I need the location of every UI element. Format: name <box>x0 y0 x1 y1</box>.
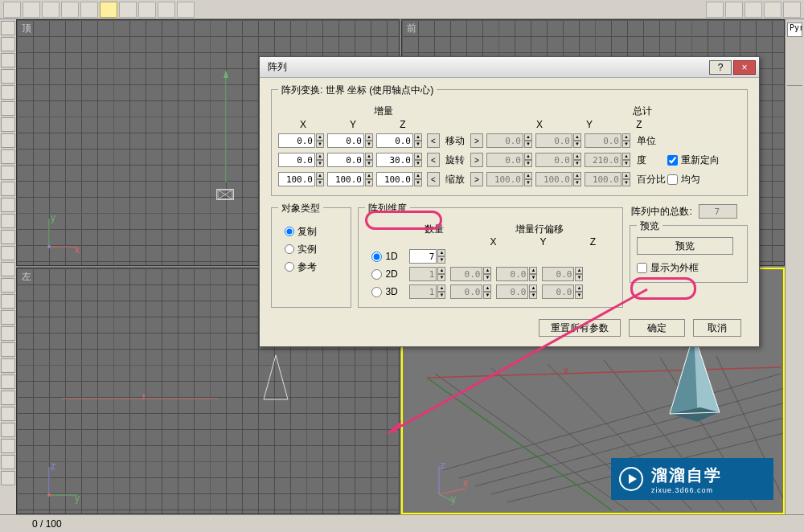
uniform-checkbox[interactable]: 均匀 <box>667 173 700 186</box>
select-cursor-icon[interactable] <box>100 2 117 18</box>
left-tool-icon[interactable] <box>1 471 15 485</box>
dim-2d-count-spinner[interactable]: ▲▼ <box>409 267 445 281</box>
rotate-inc-y-spinner[interactable]: ▲▼ <box>327 153 373 167</box>
move-inc-z-spinner[interactable]: ▲▼ <box>376 133 422 148</box>
frame-counter: 0 / 100 <box>32 518 62 530</box>
copy-radio[interactable]: 复制 <box>278 223 344 240</box>
left-tool-icon[interactable] <box>1 455 15 469</box>
toolbar-icon[interactable] <box>745 2 762 18</box>
left-tool-icon[interactable] <box>1 246 15 260</box>
move-tot-x-spinner[interactable]: ▲▼ <box>486 133 532 148</box>
left-tool-icon[interactable] <box>1 101 15 116</box>
lock-right-icon[interactable]: > <box>470 133 483 148</box>
unit-label: 度 <box>634 153 666 167</box>
dialog-title: 阵列 <box>268 60 709 74</box>
left-tool-icon[interactable] <box>1 166 15 180</box>
toolbar-icon[interactable] <box>61 2 79 18</box>
dim-1d-radio[interactable] <box>371 252 382 262</box>
rotate-tot-y-spinner[interactable]: ▲▼ <box>535 153 581 167</box>
rotate-tot-z-spinner[interactable]: ▲▼ <box>585 153 630 167</box>
left-tool-icon[interactable] <box>1 198 15 212</box>
scale-tot-z-spinner[interactable]: ▲▼ <box>585 172 630 186</box>
move-inc-y-spinner[interactable]: ▲▼ <box>327 133 373 148</box>
reorient-checkbox[interactable]: 重新定向 <box>667 153 720 167</box>
left-tool-icon[interactable] <box>1 278 15 293</box>
dim-2d-z-spinner[interactable]: ▲▼ <box>542 267 583 281</box>
scale-inc-z-spinner[interactable]: ▲▼ <box>376 172 422 186</box>
left-tool-icon[interactable] <box>1 69 15 84</box>
dim-3d-x-spinner[interactable]: ▲▼ <box>450 284 491 299</box>
left-tool-icon[interactable] <box>1 149 15 164</box>
left-tool-icon[interactable] <box>1 358 15 373</box>
left-tool-icon[interactable] <box>1 53 15 68</box>
array-dimension-group: 阵列维度 数量 增量行偏移 X Y Z 1D ▲▼ 2D <box>358 207 623 308</box>
scale-inc-x-spinner[interactable]: ▲▼ <box>278 172 324 186</box>
ok-button[interactable]: 确定 <box>629 319 685 337</box>
left-tool-icon[interactable] <box>1 342 15 357</box>
dialog-titlebar[interactable]: 阵列 ? × <box>260 57 759 78</box>
left-tool-icon[interactable] <box>1 391 15 405</box>
toolbar-icon[interactable] <box>80 2 98 18</box>
dim-2d-y-spinner[interactable]: ▲▼ <box>496 267 537 281</box>
left-tool-icon[interactable] <box>1 407 15 421</box>
move-inc-x-spinner[interactable]: ▲▼ <box>278 133 324 148</box>
rotate-tot-x-spinner[interactable]: ▲▼ <box>486 153 532 167</box>
lock-right-icon[interactable]: > <box>470 153 483 167</box>
left-tool-icon[interactable] <box>1 214 15 228</box>
toolbar-icon[interactable] <box>138 2 156 18</box>
scale-inc-y-spinner[interactable]: ▲▼ <box>327 172 373 186</box>
left-tool-icon[interactable] <box>1 262 15 276</box>
left-tool-icon[interactable] <box>1 294 15 309</box>
svg-text:y: y <box>451 493 456 505</box>
left-tool-icon[interactable] <box>1 439 15 453</box>
left-tool-icon[interactable] <box>1 423 15 437</box>
rotate-inc-z-spinner[interactable]: ▲▼ <box>376 153 422 167</box>
lock-left-icon[interactable]: < <box>427 133 440 148</box>
left-tool-icon[interactable] <box>1 374 15 389</box>
lock-left-icon[interactable]: < <box>427 172 440 186</box>
scale-tot-y-spinner[interactable]: ▲▼ <box>535 172 581 186</box>
close-button[interactable]: × <box>733 60 756 75</box>
dim-1d-count-spinner[interactable]: ▲▼ <box>409 249 445 264</box>
toolbar-icon[interactable] <box>3 2 21 18</box>
toolbar-icon[interactable] <box>706 2 724 18</box>
instance-radio[interactable]: 实例 <box>278 240 344 258</box>
move-tot-y-spinner[interactable]: ▲▼ <box>535 133 581 148</box>
left-tool-icon[interactable] <box>1 85 15 100</box>
lock-left-icon[interactable]: < <box>427 153 440 167</box>
dim-2d-radio[interactable] <box>371 269 382 280</box>
dim-3d-y-spinner[interactable]: ▲▼ <box>496 284 537 299</box>
toolbar-icon[interactable] <box>23 2 40 18</box>
reference-radio[interactable]: 参考 <box>278 258 344 276</box>
toolbar-icon[interactable] <box>725 2 743 18</box>
rotate-inc-x-spinner[interactable]: ▲▼ <box>278 153 324 167</box>
move-tot-z-spinner[interactable]: ▲▼ <box>585 133 630 148</box>
toolbar-icon[interactable] <box>177 2 195 18</box>
help-button[interactable]: ? <box>709 60 732 75</box>
toolbar-icon[interactable] <box>42 2 59 18</box>
left-tool-icon[interactable] <box>1 133 15 148</box>
toolbar-icon[interactable] <box>783 2 801 18</box>
cancel-button[interactable]: 取消 <box>693 319 741 337</box>
lock-right-icon[interactable]: > <box>470 172 483 186</box>
left-tool-icon[interactable] <box>1 326 15 341</box>
left-tool-icon[interactable] <box>1 182 15 196</box>
reset-button[interactable]: 重置所有参数 <box>539 319 621 337</box>
toolbar-icon[interactable] <box>764 2 781 18</box>
toolbar-icon[interactable] <box>158 2 175 18</box>
left-tool-icon[interactable] <box>1 37 15 51</box>
scale-tot-x-spinner[interactable]: ▲▼ <box>486 172 532 186</box>
command-panel-input[interactable]: Pyr <box>787 23 802 37</box>
left-tool-icon[interactable] <box>1 117 15 132</box>
dim-3d-z-spinner[interactable]: ▲▼ <box>542 284 583 299</box>
dim-3d-radio[interactable] <box>371 287 382 297</box>
left-tool-icon[interactable] <box>1 21 15 35</box>
dim-3d-count-spinner[interactable]: ▲▼ <box>409 284 445 299</box>
left-tool-icon[interactable] <box>1 230 15 244</box>
axis-indicator-icon <box>210 70 242 182</box>
dim-2d-x-spinner[interactable]: ▲▼ <box>450 267 491 281</box>
wireframe-checkbox[interactable]: 显示为外框 <box>637 261 699 275</box>
toolbar-icon[interactable] <box>119 2 137 18</box>
left-tool-icon[interactable] <box>1 310 15 325</box>
preview-button[interactable]: 预览 <box>637 237 733 255</box>
